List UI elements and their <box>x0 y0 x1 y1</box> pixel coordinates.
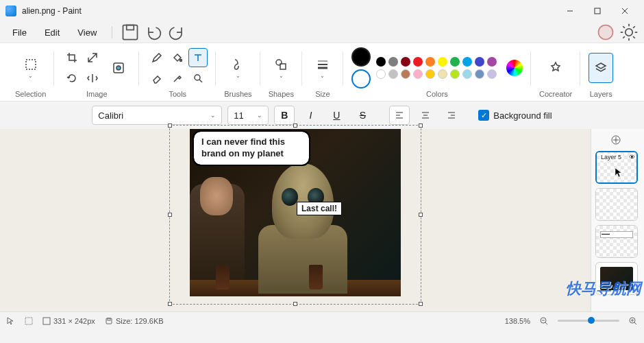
color-swatch[interactable] <box>462 69 472 79</box>
layers-button[interactable] <box>589 53 613 83</box>
title-bar: alien.png - Paint <box>0 0 644 22</box>
svg-point-11 <box>180 60 182 62</box>
crop-icon[interactable] <box>62 48 82 67</box>
close-button[interactable] <box>611 0 639 22</box>
redo-icon[interactable] <box>167 23 186 42</box>
divider <box>112 26 112 38</box>
svg-rect-31 <box>43 318 50 324</box>
remove-background-icon[interactable] <box>106 53 131 83</box>
settings-icon[interactable] <box>619 23 639 42</box>
undo-icon[interactable] <box>144 23 163 42</box>
select-tool[interactable]: ⌄ <box>18 53 43 83</box>
menu-view[interactable]: View <box>71 25 103 40</box>
add-layer-button[interactable] <box>595 133 636 147</box>
color-swatch[interactable] <box>438 57 447 67</box>
color-swatch[interactable] <box>413 69 423 79</box>
italic-button[interactable]: I <box>300 106 321 125</box>
group-size: ⌄ Size <box>302 49 343 98</box>
layer-item-5[interactable]: Layer 5 👁 <box>595 151 638 184</box>
canvas[interactable]: I can never find this brand on my planet… <box>190 129 401 296</box>
size-dropdown[interactable]: ⌄ <box>310 53 335 83</box>
visibility-icon[interactable]: 👁 <box>629 154 635 161</box>
flip-icon[interactable] <box>83 69 102 88</box>
group-label: Tools <box>169 90 186 98</box>
color-swatch[interactable] <box>425 57 435 67</box>
color-swatch[interactable] <box>475 69 484 79</box>
resize-icon[interactable] <box>83 48 102 67</box>
svg-rect-1 <box>595 8 600 14</box>
color-swatch[interactable] <box>401 57 410 67</box>
resize-handle[interactable] <box>419 302 423 306</box>
color-swatch[interactable] <box>487 57 497 67</box>
color-swatch[interactable] <box>401 69 410 79</box>
color-swatch[interactable] <box>438 69 447 79</box>
menu-edit[interactable]: Edit <box>38 25 66 40</box>
svg-rect-33 <box>108 318 110 320</box>
layer-item[interactable] <box>595 188 638 221</box>
color-2[interactable] <box>351 69 371 88</box>
cocreator-button[interactable] <box>543 53 568 83</box>
color-swatch[interactable] <box>462 57 472 67</box>
bold-button[interactable]: B <box>274 106 295 125</box>
window-title: alien.png - Paint <box>22 6 82 16</box>
color-swatch[interactable] <box>388 69 398 79</box>
resize-handle[interactable] <box>419 213 423 217</box>
color-1[interactable] <box>351 47 371 67</box>
resize-handle[interactable] <box>168 213 172 217</box>
shapes-dropdown[interactable]: ⌄ <box>269 53 293 83</box>
color-swatch[interactable] <box>450 57 460 67</box>
save-icon[interactable] <box>121 23 140 42</box>
pencil-icon[interactable] <box>147 48 166 67</box>
resize-handle[interactable] <box>419 123 423 128</box>
svg-point-10 <box>116 66 121 70</box>
group-label: Layers <box>590 90 612 98</box>
underline-button[interactable]: U <box>326 106 347 125</box>
resize-handle[interactable] <box>293 123 297 128</box>
strikethrough-button[interactable]: S <box>352 106 373 125</box>
background-fill-toggle[interactable]: ✓Background fill <box>478 110 552 121</box>
minimize-button[interactable] <box>556 0 584 22</box>
color-swatch[interactable] <box>475 57 484 67</box>
canvas-area[interactable]: I can never find this brand on my planet… <box>0 129 591 311</box>
eyedropper-icon[interactable] <box>168 69 187 88</box>
color-swatch[interactable] <box>487 69 497 79</box>
font-size-dropdown[interactable]: 11⌄ <box>227 106 269 125</box>
group-selection: ⌄ Selection <box>7 49 54 98</box>
align-left-button[interactable] <box>389 106 410 125</box>
resize-handle[interactable] <box>168 302 172 306</box>
resize-handle[interactable] <box>168 123 172 128</box>
text-tool-icon[interactable] <box>188 48 208 67</box>
menu-file[interactable]: File <box>5 25 34 40</box>
zoom-out-button[interactable] <box>540 317 548 325</box>
color-swatch[interactable] <box>450 69 460 79</box>
selection-box[interactable] <box>169 125 421 305</box>
svg-point-6 <box>599 25 613 40</box>
color-swatch[interactable] <box>376 57 386 67</box>
maximize-button[interactable] <box>584 0 611 22</box>
rotate-icon[interactable] <box>62 69 82 88</box>
zoom-slider[interactable] <box>558 320 619 322</box>
zoom-in-button[interactable] <box>629 317 637 325</box>
eraser-icon[interactable] <box>147 69 166 88</box>
workspace: I can never find this brand on my planet… <box>0 129 644 311</box>
align-center-button[interactable] <box>415 106 436 125</box>
check-icon: ✓ <box>478 110 489 121</box>
align-right-button[interactable] <box>441 106 462 125</box>
font-family-dropdown[interactable]: Calibri⌄ <box>92 106 222 125</box>
layer-item[interactable] <box>595 262 638 295</box>
color-swatch[interactable] <box>376 69 386 79</box>
layer-item[interactable]: ▬▬▬ <box>595 225 638 258</box>
layer-label: Layer 5 <box>599 154 623 161</box>
account-icon[interactable] <box>596 23 615 42</box>
color-swatch[interactable] <box>413 57 423 67</box>
group-colors: Colors <box>343 49 531 98</box>
edit-colors-icon[interactable] <box>506 60 523 76</box>
resize-handle[interactable] <box>293 302 297 306</box>
svg-point-12 <box>195 75 200 80</box>
color-swatch[interactable] <box>425 69 435 79</box>
brushes-dropdown[interactable]: ⌄ <box>225 53 250 83</box>
fill-icon[interactable] <box>168 48 187 67</box>
color-swatch[interactable] <box>388 57 398 67</box>
svg-line-38 <box>634 322 636 324</box>
magnifier-icon[interactable] <box>188 69 208 88</box>
